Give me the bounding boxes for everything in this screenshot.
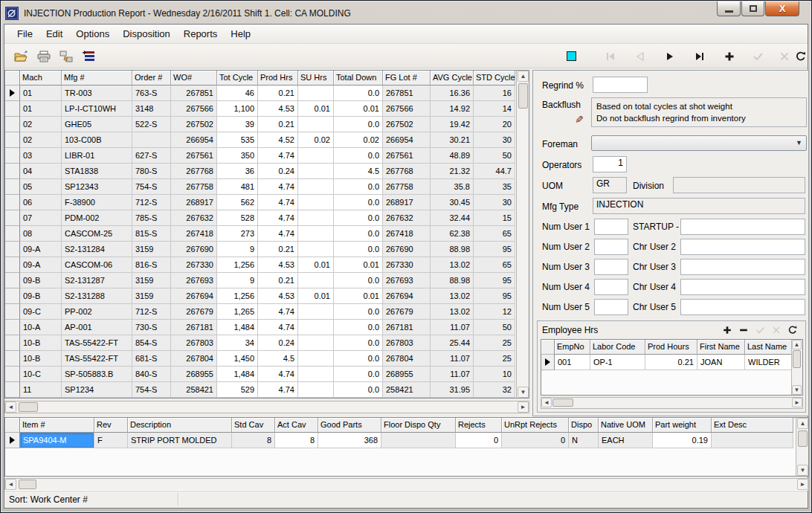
regrind-input[interactable]: [593, 77, 648, 93]
cell[interactable]: 13.02: [431, 304, 474, 320]
cell[interactable]: 267679: [171, 304, 217, 320]
cell[interactable]: 30.21: [431, 132, 474, 148]
cell[interactable]: 36: [217, 164, 258, 179]
column-header[interactable]: STD Cycle: [474, 71, 515, 86]
scroll-right-icon[interactable]: ►: [518, 401, 529, 413]
foreman-combobox[interactable]: ▼: [591, 135, 807, 151]
cell[interactable]: 1,484: [217, 320, 258, 335]
cell[interactable]: 267330: [171, 257, 217, 273]
cell[interactable]: 32: [474, 382, 515, 398]
num-user-1-input[interactable]: [594, 219, 628, 235]
cell[interactable]: 3159: [132, 288, 171, 304]
scroll-left-icon[interactable]: ◄: [5, 479, 16, 490]
scroll-down-icon[interactable]: ▼: [792, 385, 802, 395]
cell[interactable]: SP1234: [62, 382, 132, 398]
column-header[interactable]: Prod Hrs: [258, 71, 298, 86]
cell[interactable]: 4.53: [258, 101, 298, 117]
cell[interactable]: 763-S: [132, 86, 171, 101]
cell[interactable]: 0.19: [653, 433, 712, 448]
cell[interactable]: 10-B: [20, 335, 62, 351]
table-row[interactable]: 11SP1234754-S2584215294.740.025842131.95…: [5, 382, 529, 398]
cell[interactable]: 785-S: [132, 210, 171, 226]
cell[interactable]: 95: [474, 273, 515, 288]
num-user-3-input[interactable]: [594, 259, 628, 275]
cell[interactable]: 267502: [171, 117, 217, 132]
column-header[interactable]: Total Down: [334, 71, 383, 86]
cell[interactable]: 01: [20, 86, 62, 101]
cell[interactable]: 65: [474, 226, 515, 242]
cell[interactable]: F: [94, 433, 128, 448]
cell[interactable]: 11.07: [431, 367, 474, 382]
cell[interactable]: 267758: [383, 179, 431, 195]
column-header[interactable]: Act Cav: [275, 418, 318, 433]
cell[interactable]: 267804: [383, 351, 431, 367]
cell[interactable]: 258421: [383, 382, 431, 398]
num-user-4-input[interactable]: [594, 279, 628, 295]
column-header[interactable]: FG Lot #: [383, 71, 431, 86]
cell[interactable]: 267679: [383, 304, 431, 320]
nav-insert-button[interactable]: [723, 50, 736, 63]
cell[interactable]: 02: [20, 132, 62, 148]
cell[interactable]: STA1838: [62, 164, 132, 179]
cell[interactable]: 3148: [132, 101, 171, 117]
table-row[interactable]: 09-BS2-131287315926769390.210.026769388.…: [5, 273, 529, 288]
cell[interactable]: TR-003: [62, 86, 132, 101]
cell[interactable]: 09-A: [20, 242, 62, 257]
cell[interactable]: 09-B: [20, 288, 62, 304]
employee-grid[interactable]: EmpNoLabor CodeProd HoursFirst NameLast …: [541, 339, 803, 396]
cell[interactable]: 62.38: [431, 226, 474, 242]
cell[interactable]: 266954: [171, 132, 217, 148]
column-header[interactable]: Ext Desc: [712, 418, 793, 433]
open-button[interactable]: [12, 48, 31, 65]
cell[interactable]: 4.74: [258, 210, 298, 226]
cell[interactable]: 350: [217, 148, 258, 164]
cell[interactable]: 268955: [171, 367, 217, 382]
cell[interactable]: 368: [318, 433, 381, 448]
cell[interactable]: 267694: [383, 288, 431, 304]
item-grid[interactable]: Item #RevDescriptionStd CavAct CavGood P…: [4, 417, 809, 477]
cell[interactable]: 267632: [383, 210, 431, 226]
table-row[interactable]: 01TR-003763-S267851460.210.026785116.361…: [5, 86, 529, 101]
employee-delete-button[interactable]: [735, 323, 752, 337]
cell[interactable]: 0.21: [645, 355, 697, 370]
cell[interactable]: 268917: [171, 195, 217, 210]
table-row[interactable]: 09-AS2-131284315926769090.210.026769088.…: [5, 242, 529, 257]
cell[interactable]: 754-S: [132, 382, 171, 398]
cell[interactable]: 1,256: [217, 257, 258, 273]
cell[interactable]: 273: [217, 226, 258, 242]
cell[interactable]: 103-C00B: [62, 132, 132, 148]
cell[interactable]: 0.0: [334, 382, 383, 398]
table-row[interactable]: 09-CPP-002712-S2676791,2654.740.02676791…: [5, 304, 529, 320]
column-header[interactable]: AVG Cycle: [431, 71, 474, 86]
chr-user-4-input[interactable]: [680, 279, 805, 295]
cell[interactable]: 0: [456, 433, 502, 448]
cell[interactable]: 31.95: [431, 382, 474, 398]
cell[interactable]: 06: [20, 195, 62, 210]
cell[interactable]: 0.21: [258, 117, 298, 132]
cell[interactable]: 50: [474, 148, 515, 164]
cell[interactable]: 19.42: [431, 117, 474, 132]
cell[interactable]: 4.74: [258, 304, 298, 320]
scroll-up-icon[interactable]: ▲: [792, 340, 802, 349]
cell[interactable]: 267768: [383, 164, 431, 179]
cell[interactable]: 754-S: [132, 179, 171, 195]
cell[interactable]: 267851: [171, 86, 217, 101]
column-header[interactable]: Dispo: [569, 418, 599, 433]
nav-next-button[interactable]: [663, 50, 677, 63]
column-header[interactable]: Std Cav: [232, 418, 275, 433]
cell[interactable]: 15: [474, 210, 515, 226]
cell[interactable]: STRIP PORT MOLDED: [128, 433, 232, 448]
cell[interactable]: [298, 226, 334, 242]
cell[interactable]: 0.0: [334, 242, 383, 257]
cell[interactable]: 854-S: [132, 335, 171, 351]
cell[interactable]: [298, 273, 334, 288]
cell[interactable]: 267690: [171, 242, 217, 257]
column-header[interactable]: Rev: [94, 418, 128, 433]
nav-post-button[interactable]: [751, 50, 764, 63]
cell[interactable]: 32.44: [431, 210, 474, 226]
cell[interactable]: [298, 195, 334, 210]
cell[interactable]: 0.02: [298, 132, 334, 148]
cell[interactable]: 0.0: [334, 195, 383, 210]
cell[interactable]: 815-S: [132, 226, 171, 242]
table-row[interactable]: 09-BS2-13128831592676941,2564.530.010.01…: [5, 288, 529, 304]
